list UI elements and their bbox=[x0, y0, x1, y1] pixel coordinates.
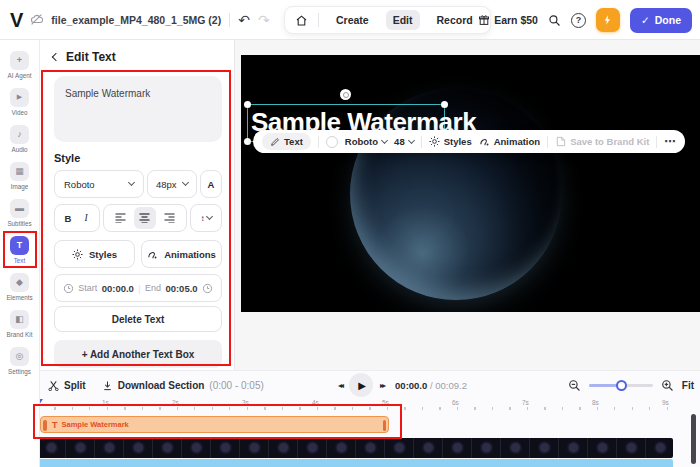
timeline-video-track[interactable] bbox=[37, 438, 673, 458]
resize-handle-top-right[interactable] bbox=[441, 101, 448, 108]
download-range: (0:00 - 0:05) bbox=[209, 380, 263, 391]
download-section-button[interactable]: Download Section (0:00 - 0:05) bbox=[102, 380, 264, 391]
align-left-button[interactable] bbox=[109, 207, 131, 229]
font-row: Roboto 48px A bbox=[54, 170, 222, 198]
edit-text-panel: Edit Text Sample Watermark Style Roboto … bbox=[40, 40, 235, 370]
toolbar-text-button[interactable]: Text bbox=[262, 133, 311, 150]
text-color-swatch[interactable] bbox=[326, 136, 338, 148]
chevron-down-icon bbox=[182, 179, 189, 186]
effects-row: Styles Animations bbox=[54, 240, 222, 268]
sun-icon bbox=[72, 249, 83, 260]
timeline-zoom-slider[interactable] bbox=[589, 384, 653, 387]
divider bbox=[318, 136, 319, 148]
style-heading: Style bbox=[54, 152, 80, 164]
more-options-button[interactable]: ⋯ bbox=[664, 135, 676, 148]
text-icon: T bbox=[10, 236, 29, 255]
sun-icon bbox=[429, 136, 440, 147]
earn-label: Earn $50 bbox=[494, 14, 538, 26]
panel-back[interactable]: Edit Text bbox=[53, 50, 116, 64]
split-button[interactable]: Split bbox=[48, 380, 86, 391]
font-family-select[interactable]: Roboto bbox=[54, 170, 144, 198]
clip-timing-control[interactable]: Start 00:00.0 | End 00:05.0 bbox=[54, 274, 222, 302]
total-time: 00:09.2 bbox=[435, 380, 467, 391]
video-icon: ▶ bbox=[10, 88, 29, 107]
search-icon[interactable] bbox=[548, 14, 561, 27]
project-filename[interactable]: file_example_MP4_480_1_5MG (2) bbox=[51, 14, 221, 26]
undo-button[interactable]: ↶ bbox=[238, 12, 250, 28]
resize-handle-bottom-left[interactable] bbox=[244, 138, 251, 145]
animation-pen-icon bbox=[147, 249, 158, 260]
chevron-down-icon bbox=[408, 136, 415, 143]
toolbar-font-select[interactable]: Roboto bbox=[345, 136, 387, 147]
forward-button[interactable]: ▸▸ bbox=[380, 381, 384, 390]
zoom-out-icon[interactable] bbox=[568, 379, 581, 392]
rotate-handle[interactable] bbox=[340, 89, 351, 100]
canvas-text-toolbar: Text Roboto 48 Styles bbox=[253, 130, 685, 153]
timeline-scrollbar[interactable] bbox=[691, 414, 696, 464]
clip-trim-handle-right[interactable] bbox=[383, 420, 387, 431]
brand-kit-icon: ◧ bbox=[10, 310, 29, 329]
styles-button[interactable]: Styles bbox=[54, 240, 135, 268]
toolbar-styles-button[interactable]: Styles bbox=[429, 136, 472, 147]
sidebar-item-image[interactable]: ▦ Image bbox=[0, 157, 39, 194]
slider-knob[interactable] bbox=[616, 380, 627, 391]
veed-logo[interactable]: V bbox=[10, 10, 22, 30]
tab-record[interactable]: Record bbox=[430, 10, 480, 30]
text-color-button[interactable]: A bbox=[200, 170, 222, 198]
timeline-ruler[interactable]: 1s 2s 3s 4s 5s 6s 7s 8s 9s bbox=[37, 399, 677, 412]
delete-text-button[interactable]: Delete Text bbox=[54, 306, 222, 332]
format-row: B I ↕ bbox=[54, 204, 222, 232]
timeline-audio-track[interactable] bbox=[37, 459, 673, 467]
clip-trim-handle-left[interactable] bbox=[43, 420, 47, 431]
home-icon[interactable] bbox=[295, 14, 308, 27]
scissors-icon bbox=[48, 380, 59, 391]
upgrade-button[interactable] bbox=[596, 8, 620, 32]
sidebar-item-audio[interactable]: ♪ Audio bbox=[0, 120, 39, 157]
line-height-icon: ↕ bbox=[201, 214, 205, 223]
topbar-left: V file_example_MP4_480_1_5MG (2) ↶ ↷ bbox=[0, 10, 270, 30]
sidebar-item-subtitles[interactable]: ▬ Subtitles bbox=[0, 194, 39, 231]
transport-controls: ◂◂ ▶ ▸▸ 00:00.0 / 00:09.2 bbox=[338, 371, 467, 399]
toolbar-size-select[interactable]: 48 bbox=[394, 136, 414, 147]
font-size-select[interactable]: 48px bbox=[147, 170, 197, 198]
save-to-brand-kit-button[interactable]: Save to Brand Kit bbox=[555, 136, 649, 147]
sidebar-item-elements[interactable]: ◆ Elements bbox=[0, 268, 39, 305]
zoom-controls: Fit bbox=[568, 371, 694, 399]
help-icon[interactable]: ? bbox=[571, 13, 586, 28]
sidebar-item-video[interactable]: ▶ Video bbox=[0, 83, 39, 120]
end-value[interactable]: 00:05.0 bbox=[165, 283, 197, 294]
redo-button[interactable]: ↷ bbox=[258, 12, 270, 28]
line-height-button[interactable]: ↕ bbox=[190, 204, 222, 232]
tab-edit[interactable]: Edit bbox=[386, 10, 420, 30]
text-clip-label: Sample Watermark bbox=[62, 420, 129, 429]
chevron-down-icon bbox=[205, 213, 212, 220]
rewind-button[interactable]: ◂◂ bbox=[338, 381, 342, 390]
settings-icon: ◎ bbox=[10, 347, 29, 366]
start-value[interactable]: 00:00.0 bbox=[102, 283, 134, 294]
fit-button[interactable]: Fit bbox=[682, 380, 694, 391]
video-canvas[interactable]: Sample Watermark Text Roboto bbox=[241, 55, 700, 312]
text-clip-icon: T bbox=[52, 420, 58, 430]
bold-button[interactable]: B bbox=[59, 207, 77, 229]
italic-button[interactable]: I bbox=[77, 207, 95, 229]
sidebar-item-text[interactable]: T Text bbox=[0, 231, 39, 268]
sidebar-item-brand-kit[interactable]: ◧ Brand Kit bbox=[0, 305, 39, 342]
zoom-in-icon[interactable] bbox=[661, 379, 674, 392]
top-bar: V file_example_MP4_480_1_5MG (2) ↶ ↷ Cre… bbox=[0, 0, 700, 40]
sidebar-item-settings[interactable]: ◎ Settings bbox=[0, 342, 39, 379]
done-button[interactable]: ✓ Done bbox=[630, 8, 692, 33]
add-text-box-button[interactable]: + Add Another Text Box bbox=[54, 340, 222, 368]
animations-button[interactable]: Animations bbox=[141, 240, 222, 268]
bold-italic-group: B I bbox=[54, 204, 100, 232]
tab-create[interactable]: Create bbox=[329, 10, 376, 30]
timeline-text-clip[interactable]: T Sample Watermark bbox=[40, 416, 389, 433]
toolbar-animation-button[interactable]: Animation bbox=[479, 136, 540, 147]
align-center-button[interactable] bbox=[134, 207, 156, 229]
earn-button[interactable]: Earn $50 bbox=[478, 14, 538, 26]
text-content-input[interactable]: Sample Watermark bbox=[54, 76, 222, 142]
align-right-button[interactable] bbox=[159, 207, 181, 229]
sidebar-item-ai-agent[interactable]: + AI Agent bbox=[0, 46, 39, 83]
resize-handle-top-left[interactable] bbox=[244, 101, 251, 108]
play-button[interactable]: ▶ bbox=[349, 373, 373, 397]
subtitles-icon: ▬ bbox=[10, 199, 29, 218]
